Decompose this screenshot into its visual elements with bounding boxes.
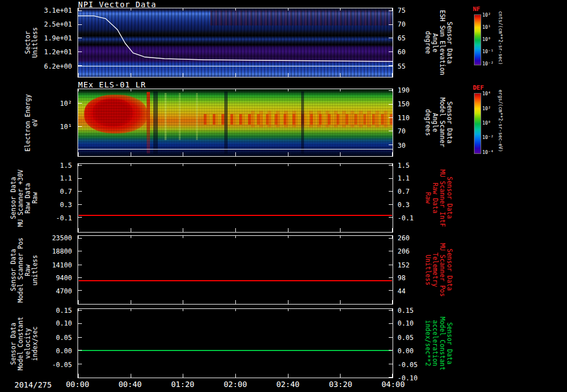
axis-tick-label: -0.05: [39, 361, 72, 369]
axis-tick-label: 0.00: [398, 347, 414, 355]
axis-tick-mark: [389, 65, 393, 66]
axis-tick-mark: [392, 228, 393, 232]
axis-tick-label: 23500: [39, 234, 72, 242]
colorbar-def-ticks: 10⁴10²10⁰10⁻²10⁻⁴: [482, 93, 498, 154]
axis-tick-mark: [235, 309, 236, 311]
axis-tick-mark: [183, 309, 183, 311]
axis-tick-label: 0.10: [398, 319, 414, 327]
axis-tick-mark: [288, 309, 288, 311]
els-orange-band: [204, 114, 393, 125]
axis-tick-mark: [183, 152, 183, 156]
axis-tick-label: 260: [398, 234, 410, 242]
axis-tick-label: 0.15: [39, 307, 72, 314]
axis-tick-label: 9400: [39, 274, 72, 282]
panel-title-els: MEx ELS-01 LR: [78, 80, 146, 89]
els-dark-gap: [224, 91, 228, 154]
axis-tick-label: 1.2e+01: [39, 48, 72, 56]
els-bright-streak: [179, 93, 181, 140]
axis-tick-mark: [392, 309, 393, 311]
els-orange-band-upper: [251, 111, 393, 127]
axis-tick-mark: [78, 364, 82, 364]
axis-tick-mark: [78, 51, 82, 52]
axis-tick-label: 0.10: [39, 319, 72, 327]
axis-tick-label: 10⁰: [482, 120, 491, 126]
data-series-line: [79, 350, 392, 351]
y-axis-left-label-model-constant: Sensor Data Model Constant velocity inde…: [3, 308, 39, 378]
y-axis-right-label-text: Sensor Data MU Scanner Pos Telemetry Uni…: [424, 243, 453, 297]
axis-tick-mark: [131, 73, 131, 77]
axis-tick-mark: [340, 236, 341, 238]
axis-tick-label: 75: [398, 7, 405, 14]
axis-tick-mark: [288, 73, 288, 77]
y-axis-right-ticks-els: 1901501107030: [395, 89, 423, 157]
axis-tick-mark: [389, 364, 393, 364]
axis-tick-mark: [392, 89, 393, 91]
axis-tick-label: 0.3: [39, 201, 72, 209]
axis-tick-mark: [78, 236, 79, 238]
axis-tick-mark: [183, 89, 183, 91]
axis-tick-mark: [131, 8, 131, 11]
spectrogram-els: [78, 89, 393, 157]
y-axis-left-ticks-els: 10²10¹: [39, 89, 74, 157]
y-axis-left-ticks-scanner-pos: 23500188001410094004700: [39, 235, 74, 305]
axis-tick-mark: [131, 152, 131, 156]
y-axis-right-label-model-constant: Sensor Data Model Constant acceleration …: [424, 308, 475, 378]
axis-tick-mark: [235, 152, 236, 156]
axis-tick-label: 1.5: [39, 162, 72, 169]
axis-tick-mark: [389, 337, 393, 338]
axis-tick-mark: [235, 8, 236, 11]
axis-tick-label: 0.7: [398, 188, 410, 195]
axis-tick-mark: [78, 89, 79, 91]
axis-tick-label: 2.5e+01: [39, 20, 72, 28]
axis-tick-label: 14100: [39, 261, 72, 269]
line-plot-scanner-pos: [78, 235, 393, 305]
els-dark-gap: [301, 91, 304, 154]
els-bright-streak: [164, 93, 167, 140]
axis-tick-mark: [78, 73, 79, 77]
axis-tick-mark: [389, 251, 393, 251]
axis-tick-label: 10⁻¹: [482, 49, 493, 54]
colorbar-title-nf: NF: [473, 6, 480, 13]
axis-tick-label: 70: [398, 20, 405, 28]
axis-tick-mark: [392, 73, 393, 77]
axis-tick-label: 44: [398, 287, 405, 295]
overlay-constant-line: [78, 149, 393, 149]
y-axis-right-label-els: Sensor Data Model Scanner Angle degrees: [424, 89, 475, 157]
line-plot-model-constant: [78, 308, 393, 378]
colorbar-nf-ticks: 10²10¹10⁰10⁻¹10⁻²: [482, 14, 498, 65]
axis-tick-mark: [183, 374, 183, 378]
axis-tick-label: 70: [398, 127, 405, 135]
axis-tick-label: 0.05: [39, 334, 72, 342]
els-red-core: [92, 99, 133, 127]
axis-tick-label: 1.1: [39, 174, 72, 182]
y-axis-right-label-mu-scanner: Sensor Data MU Scanner IntF Raw Data Raw: [424, 163, 475, 233]
y-axis-right-ticks-mu-scanner: 1.51.10.70.3-0.1: [395, 163, 423, 233]
axis-tick-mark: [235, 300, 236, 304]
axis-tick-mark: [288, 164, 288, 166]
axis-tick-mark: [131, 300, 131, 304]
axis-tick-label: 0.05: [398, 334, 414, 342]
els-red-enhancement: [84, 95, 147, 133]
colorbar-nf: [474, 14, 481, 65]
axis-tick-mark: [288, 152, 288, 156]
y-axis-right-label-text: Sensor Data Model Constant acceleration …: [424, 317, 453, 370]
axis-tick-label: 10¹: [482, 24, 491, 30]
colorbar-def-units: ergs/(cm**2-sr-sec-eV): [498, 90, 503, 161]
axis-tick-mark: [78, 65, 82, 66]
axis-tick-label: 190: [398, 86, 410, 94]
axis-tick-mark: [340, 309, 341, 311]
axis-tick-label: 150: [398, 100, 410, 108]
axis-tick-mark: [340, 164, 341, 166]
axis-tick-label: 30: [398, 142, 405, 149]
y-axis-left-label-text: Sector Unitless: [24, 27, 39, 58]
axis-tick-mark: [389, 204, 393, 205]
y-axis-left-label-text: Electron Energy eV: [24, 94, 39, 152]
multi-panel-plot-figure: NPI Vector Data MEx ELS-01 LR Sector Uni…: [0, 0, 567, 392]
axis-tick-mark: [78, 228, 79, 232]
axis-tick-label: 10⁰: [482, 37, 491, 42]
axis-tick-mark: [392, 300, 393, 304]
axis-tick-mark: [78, 24, 82, 25]
sun-elevation-overlay-curve: [78, 8, 393, 77]
axis-tick-mark: [78, 309, 79, 311]
axis-tick-mark: [340, 89, 341, 91]
